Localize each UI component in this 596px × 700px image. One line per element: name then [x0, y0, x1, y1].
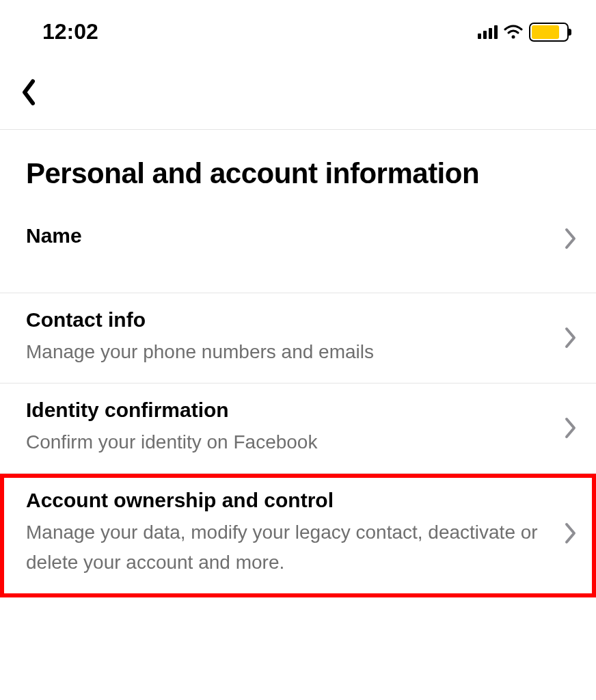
list-item-text: Name: [26, 224, 565, 253]
list-item-title: Name: [26, 224, 565, 247]
battery-icon: [529, 23, 569, 42]
back-button[interactable]: [21, 79, 37, 106]
wifi-icon: [503, 25, 524, 40]
list-item-subtitle: Manage your data, modify your legacy con…: [26, 517, 565, 579]
chevron-right-icon: [565, 327, 577, 349]
list-item-subtitle: Confirm your identity on Facebook: [26, 427, 565, 458]
svg-point-0: [512, 35, 515, 38]
list-item-contact-info[interactable]: Contact info Manage your phone numbers a…: [0, 293, 596, 383]
status-time: 12:02: [42, 19, 98, 44]
list-item-text: Account ownership and control Manage you…: [26, 489, 565, 579]
status-bar: 12:02: [0, 0, 596, 58]
list-item-subtitle: Manage your phone numbers and emails: [26, 337, 565, 368]
list-item-text: Identity confirmation Confirm your ident…: [26, 399, 565, 458]
cellular-signal-icon: [478, 25, 498, 39]
list-item-title: Identity confirmation: [26, 399, 565, 422]
list-item-identity-confirmation[interactable]: Identity confirmation Confirm your ident…: [0, 383, 596, 474]
list-item-title: Account ownership and control: [26, 489, 565, 512]
status-icons: [478, 23, 569, 42]
chevron-right-icon: [565, 228, 577, 250]
chevron-right-icon: [565, 522, 577, 544]
list-item-account-ownership[interactable]: Account ownership and control Manage you…: [0, 474, 596, 598]
list-item-text: Contact info Manage your phone numbers a…: [26, 308, 565, 368]
nav-bar: [0, 58, 596, 129]
chevron-right-icon: [565, 417, 577, 439]
list-item-name[interactable]: Name: [0, 217, 596, 293]
page-title: Personal and account information: [0, 130, 596, 217]
list-item-title: Contact info: [26, 308, 565, 332]
